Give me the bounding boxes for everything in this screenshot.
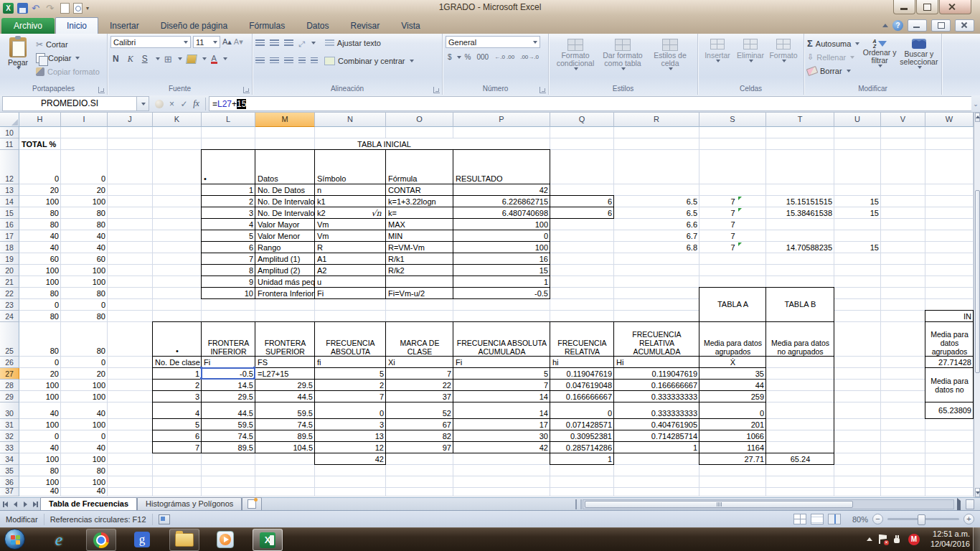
formula-input[interactable]: =L27+15: [209, 96, 971, 111]
cell-N18[interactable]: R: [315, 242, 386, 253]
taskbar-media-player[interactable]: [211, 529, 240, 550]
cell-H14[interactable]: 100: [19, 196, 61, 207]
row-header-23[interactable]: 23: [0, 299, 19, 311]
column-header-T[interactable]: T: [766, 113, 834, 127]
row-header-24[interactable]: 24: [0, 311, 19, 322]
cell-N22[interactable]: Fi: [315, 288, 386, 299]
taskbar-internet-explorer[interactable]: e: [44, 529, 73, 550]
cell-S26[interactable]: Ẋ: [699, 357, 766, 368]
cell-W26[interactable]: 27.71428: [925, 357, 974, 368]
font-size-combo[interactable]: 11: [193, 36, 220, 48]
cell-N32[interactable]: 13: [315, 430, 386, 442]
row-header-26[interactable]: 26: [0, 357, 19, 368]
cell-L16[interactable]: 4: [202, 219, 255, 230]
cell-Q34[interactable]: 1: [550, 453, 614, 465]
cell-L12[interactable]: •: [202, 150, 255, 184]
cell-L29[interactable]: 29.5: [202, 391, 255, 402]
cell-R27[interactable]: 0.119047619: [614, 368, 699, 380]
cell-K32[interactable]: 6: [153, 430, 202, 442]
cell-S27[interactable]: 35: [699, 368, 766, 380]
zoom-slider[interactable]: [887, 518, 959, 520]
cell-H23[interactable]: 0: [19, 299, 61, 311]
cell-T22[interactable]: TABLA B: [766, 288, 834, 322]
cell-R26[interactable]: Hi: [614, 357, 699, 368]
format-as-table-button[interactable]: Dar formato como tabla: [599, 36, 646, 84]
tab-formulas[interactable]: Fórmulas: [238, 18, 296, 34]
copy-button[interactable]: Copiar: [36, 51, 100, 65]
cell-M17[interactable]: Valor Menor: [255, 230, 315, 242]
cell-L20[interactable]: 8: [202, 265, 255, 276]
cell-L30[interactable]: 44.5: [202, 402, 255, 419]
cell-K27[interactable]: 1: [153, 368, 202, 380]
cell-I33[interactable]: 40: [61, 442, 108, 453]
cell-I29[interactable]: 100: [61, 391, 108, 402]
cell-O18[interactable]: R=VM-Vm: [386, 242, 453, 253]
minimize-ribbon-icon[interactable]: [882, 24, 888, 27]
row-header-12[interactable]: 12: [0, 150, 19, 184]
cell-H26[interactable]: 0: [19, 357, 61, 368]
row-header-14[interactable]: 14: [0, 196, 19, 207]
row-header-27[interactable]: 27: [0, 368, 19, 380]
number-dialog-launcher-icon[interactable]: [540, 87, 546, 93]
row-header-16[interactable]: 16: [0, 219, 19, 230]
cell-N11[interactable]: TABLA INICIAL: [315, 138, 453, 150]
cell-L33[interactable]: 89.5: [202, 442, 255, 453]
row-header-18[interactable]: 18: [0, 242, 19, 253]
cell-N19[interactable]: A1: [315, 253, 386, 265]
row-header-37[interactable]: 37: [0, 488, 19, 496]
cell-M29[interactable]: 44.5: [255, 391, 315, 402]
insert-cells-button[interactable]: Insertar: [701, 36, 734, 84]
cell-H11[interactable]: TOTAL %: [19, 138, 61, 150]
cell-N13[interactable]: n: [315, 184, 386, 196]
cell-I30[interactable]: 40: [61, 402, 108, 419]
cell-I14[interactable]: 100: [61, 196, 108, 207]
cell-M13[interactable]: No. De Datos: [255, 184, 315, 196]
decrease-indent-icon[interactable]: [298, 57, 306, 65]
cell-L15[interactable]: 3: [202, 207, 255, 219]
cell-I34[interactable]: 100: [61, 453, 108, 465]
cell-R18[interactable]: 6.8: [614, 242, 699, 253]
cell-N16[interactable]: Vm: [315, 219, 386, 230]
spreadsheet-grid[interactable]: TOTAL %002020100100808080804040404060601…: [0, 113, 974, 497]
cell-N34[interactable]: 42: [315, 453, 386, 465]
row-header-17[interactable]: 17: [0, 230, 19, 242]
thousands-icon[interactable]: 000: [474, 53, 491, 61]
tab-revisar[interactable]: Revisar: [340, 18, 391, 34]
insert-function-icon[interactable]: fx: [190, 98, 202, 109]
cell-H37[interactable]: 40: [19, 488, 61, 496]
cell-H16[interactable]: 80: [19, 219, 61, 230]
cell-P27[interactable]: 5: [453, 368, 550, 380]
cell-S22[interactable]: TABLA A: [699, 288, 766, 322]
cell-K31[interactable]: 5: [153, 419, 202, 430]
cell-M21[interactable]: Unidad más pequeña: [255, 276, 315, 288]
workbook-minimize-button[interactable]: [908, 19, 927, 32]
name-box[interactable]: PROMEDIO.SI: [2, 96, 137, 111]
row-header-20[interactable]: 20: [0, 265, 19, 276]
cell-I24[interactable]: 80: [61, 311, 108, 322]
cell-O26[interactable]: Xi: [386, 357, 453, 368]
align-top-icon[interactable]: [255, 39, 265, 47]
first-sheet-icon[interactable]: [0, 499, 10, 510]
tab-diseno[interactable]: Diseño de página: [150, 18, 238, 34]
cell-K33[interactable]: 7: [153, 442, 202, 453]
cell-P18[interactable]: 100: [453, 242, 550, 253]
cell-O30[interactable]: 52: [386, 402, 453, 419]
cell-U14[interactable]: 15: [834, 196, 881, 207]
cell-H28[interactable]: 100: [19, 380, 61, 391]
cell-S33[interactable]: 1164: [699, 442, 766, 453]
expand-formula-bar-icon[interactable]: ⌄: [971, 100, 980, 108]
sheet-tab-tabla-de-frecuencias[interactable]: Tabla de Frecuencias: [40, 497, 137, 510]
cell-M19[interactable]: Amplitud (1): [255, 253, 315, 265]
zoom-out-button[interactable]: −: [872, 514, 883, 524]
cell-P16[interactable]: 100: [453, 219, 550, 230]
fill-color-icon[interactable]: [186, 55, 197, 64]
normal-view-icon[interactable]: [793, 514, 806, 524]
row-header-10[interactable]: 10: [0, 127, 19, 138]
align-center-icon[interactable]: [270, 57, 279, 65]
increase-indent-icon[interactable]: [311, 57, 318, 65]
cell-L14[interactable]: 2: [202, 196, 255, 207]
cell-S30[interactable]: 0: [699, 402, 766, 419]
cell-S32[interactable]: 1066: [699, 430, 766, 442]
cell-M22[interactable]: Frontera Inferior: [255, 288, 315, 299]
underline-button[interactable]: S: [140, 53, 150, 65]
